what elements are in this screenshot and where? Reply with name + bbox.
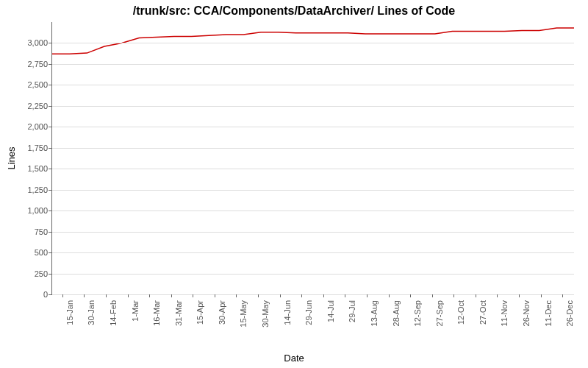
x-tick-label: 13-Aug bbox=[370, 300, 379, 326]
y-tick bbox=[49, 169, 51, 169]
plot-area bbox=[51, 22, 574, 295]
y-tick-label: 2,250 bbox=[7, 102, 48, 110]
y-tick-label: 0 bbox=[7, 290, 48, 299]
y-tick bbox=[49, 294, 51, 295]
gridline bbox=[52, 64, 574, 65]
x-tick-label: 14-Jun bbox=[283, 300, 292, 325]
x-axis-label: Date bbox=[0, 353, 588, 364]
y-tick-label: 2,000 bbox=[7, 122, 48, 131]
x-tick-label: 27-Sep bbox=[435, 300, 444, 326]
x-tick bbox=[215, 294, 215, 297]
x-tick bbox=[236, 294, 237, 297]
gridline bbox=[52, 210, 574, 211]
x-tick-label: 27-Oct bbox=[478, 300, 487, 325]
x-tick bbox=[476, 294, 476, 297]
y-tick-label: 1,500 bbox=[7, 164, 48, 173]
x-tick-label: 26-Nov bbox=[522, 300, 531, 326]
chart-container: /trunk/src: CCA/Components/DataArchiver/… bbox=[0, 0, 588, 368]
x-tick bbox=[323, 294, 324, 297]
x-tick bbox=[453, 294, 454, 297]
y-tick bbox=[49, 232, 51, 233]
y-tick bbox=[49, 43, 51, 43]
x-tick bbox=[193, 294, 193, 297]
x-tick bbox=[301, 294, 302, 297]
y-tick-label: 250 bbox=[7, 269, 48, 278]
x-tick-label: 29-Jun bbox=[304, 300, 313, 325]
x-tick bbox=[519, 294, 520, 297]
x-tick-label: 29-Jul bbox=[348, 300, 356, 322]
x-tick-label: 15-Jan bbox=[65, 300, 74, 325]
x-tick bbox=[541, 294, 542, 297]
x-tick-label: 26-Dec bbox=[565, 300, 574, 326]
y-tick bbox=[49, 274, 51, 275]
y-tick bbox=[49, 106, 51, 107]
gridline bbox=[52, 294, 574, 295]
x-tick bbox=[497, 294, 498, 297]
x-tick-label: 28-Aug bbox=[392, 300, 401, 326]
x-tick bbox=[258, 294, 259, 297]
gridline bbox=[52, 85, 574, 85]
x-tick bbox=[562, 294, 563, 297]
x-tick-label: 12-Oct bbox=[456, 300, 465, 325]
y-tick-label: 1,000 bbox=[7, 206, 48, 215]
gridline bbox=[52, 274, 574, 275]
x-tick-label: 30-Jan bbox=[87, 300, 96, 325]
gridline bbox=[52, 252, 574, 253]
x-tick-label: 31-Mar bbox=[174, 300, 183, 326]
y-tick-label: 2,500 bbox=[7, 80, 48, 89]
x-tick-label: 14-Jul bbox=[326, 300, 335, 322]
gridline bbox=[52, 106, 574, 107]
y-tick bbox=[49, 127, 51, 127]
gridline bbox=[52, 190, 574, 191]
y-tick bbox=[49, 252, 51, 253]
x-tick bbox=[106, 294, 107, 297]
x-tick-label: 11-Dec bbox=[544, 300, 553, 326]
x-tick-label: 15-Apr bbox=[196, 300, 204, 325]
y-tick-label: 500 bbox=[7, 248, 48, 257]
x-tick-label: 12-Sep bbox=[413, 300, 422, 326]
y-tick-label: 1,250 bbox=[7, 185, 48, 194]
y-tick bbox=[49, 85, 51, 85]
y-tick bbox=[49, 64, 51, 65]
gridline bbox=[52, 169, 574, 169]
chart-title: /trunk/src: CCA/Components/DataArchiver/… bbox=[0, 0, 588, 18]
x-tick bbox=[84, 294, 85, 297]
gridline bbox=[52, 232, 574, 233]
x-tick-label: 1-Mar bbox=[131, 300, 140, 322]
y-tick bbox=[49, 210, 51, 211]
x-tick bbox=[410, 294, 411, 297]
gridline bbox=[52, 43, 574, 43]
x-tick bbox=[128, 294, 129, 297]
x-tick-label: 15-May bbox=[239, 300, 248, 328]
x-tick bbox=[345, 294, 345, 297]
x-tick bbox=[367, 294, 368, 297]
y-tick bbox=[49, 148, 51, 149]
gridline bbox=[52, 127, 574, 127]
y-tick-label: 1,750 bbox=[7, 144, 48, 152]
y-tick bbox=[49, 190, 51, 191]
x-tick-label: 30-May bbox=[261, 300, 270, 328]
gridline bbox=[52, 148, 574, 149]
y-tick-label: 3,000 bbox=[7, 38, 48, 47]
x-tick bbox=[171, 294, 172, 297]
x-tick bbox=[280, 294, 281, 297]
y-tick-label: 750 bbox=[7, 227, 48, 236]
x-tick-label: 11-Nov bbox=[500, 300, 509, 326]
data-line bbox=[52, 22, 574, 294]
x-tick-label: 30-Apr bbox=[218, 300, 226, 325]
x-tick bbox=[432, 294, 433, 297]
x-tick-label: 14-Feb bbox=[109, 300, 118, 326]
y-tick-label: 2,750 bbox=[7, 60, 48, 68]
x-tick bbox=[149, 294, 150, 297]
x-tick bbox=[389, 294, 390, 297]
x-tick bbox=[62, 294, 63, 297]
x-tick-label: 16-Mar bbox=[152, 300, 161, 326]
